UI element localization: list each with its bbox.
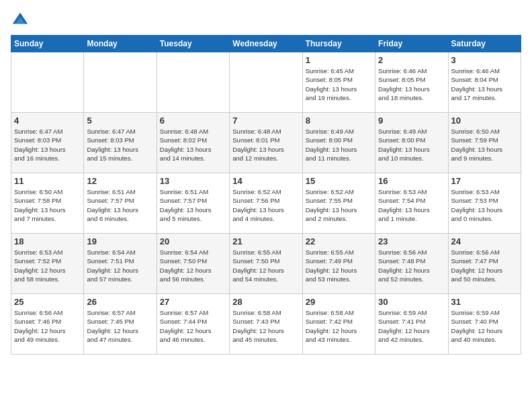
calendar-cell: 13Sunrise: 6:51 AM Sunset: 7:57 PM Dayli… <box>157 173 229 234</box>
calendar-cell: 7Sunrise: 6:48 AM Sunset: 8:01 PM Daylig… <box>230 113 302 173</box>
calendar-cell: 16Sunrise: 6:53 AM Sunset: 7:54 PM Dayli… <box>375 173 448 234</box>
day-number: 18 <box>14 236 81 246</box>
calendar-cell: 20Sunrise: 6:54 AM Sunset: 7:50 PM Dayli… <box>157 234 229 294</box>
day-number: 28 <box>232 297 299 307</box>
calendar-week-3: 18Sunrise: 6:53 AM Sunset: 7:52 PM Dayli… <box>11 234 521 294</box>
calendar-table: SundayMondayTuesdayWednesdayThursdayFrid… <box>11 35 521 355</box>
calendar-cell: 11Sunrise: 6:50 AM Sunset: 7:58 PM Dayli… <box>11 173 84 234</box>
day-number: 6 <box>160 116 226 126</box>
calendar-week-0: 1Sunrise: 6:45 AM Sunset: 8:05 PM Daylig… <box>11 52 521 113</box>
logo <box>11 11 32 30</box>
calendar-cell: 8Sunrise: 6:49 AM Sunset: 8:00 PM Daylig… <box>302 113 375 173</box>
weekday-header-wednesday: Wednesday <box>230 36 302 52</box>
page-header <box>11 11 521 30</box>
day-number: 15 <box>306 176 372 186</box>
day-number: 21 <box>232 236 299 246</box>
day-number: 30 <box>378 297 445 307</box>
day-info: Sunrise: 6:54 AM Sunset: 7:51 PM Dayligh… <box>87 248 153 283</box>
day-info: Sunrise: 6:49 AM Sunset: 8:00 PM Dayligh… <box>378 127 445 163</box>
day-info: Sunrise: 6:53 AM Sunset: 7:53 PM Dayligh… <box>451 187 518 223</box>
day-info: Sunrise: 6:53 AM Sunset: 7:54 PM Dayligh… <box>378 187 445 223</box>
day-info: Sunrise: 6:58 AM Sunset: 7:42 PM Dayligh… <box>306 308 372 344</box>
day-info: Sunrise: 6:56 AM Sunset: 7:46 PM Dayligh… <box>14 308 81 344</box>
calendar-cell: 18Sunrise: 6:53 AM Sunset: 7:52 PM Dayli… <box>11 234 84 294</box>
day-number: 27 <box>160 297 226 307</box>
calendar-cell: 5Sunrise: 6:47 AM Sunset: 8:03 PM Daylig… <box>84 113 157 173</box>
day-info: Sunrise: 6:57 AM Sunset: 7:44 PM Dayligh… <box>160 308 226 344</box>
weekday-header-tuesday: Tuesday <box>157 36 229 52</box>
day-info: Sunrise: 6:55 AM Sunset: 7:50 PM Dayligh… <box>232 248 299 283</box>
day-number: 11 <box>14 176 81 186</box>
day-number: 17 <box>451 176 518 186</box>
calendar-cell: 26Sunrise: 6:57 AM Sunset: 7:45 PM Dayli… <box>84 294 157 355</box>
calendar-cell: 31Sunrise: 6:59 AM Sunset: 7:40 PM Dayli… <box>448 294 521 355</box>
day-number: 9 <box>378 116 445 126</box>
weekday-header-monday: Monday <box>84 36 157 52</box>
day-number: 7 <box>232 116 299 126</box>
calendar-cell <box>84 52 157 113</box>
calendar-body: 1Sunrise: 6:45 AM Sunset: 8:05 PM Daylig… <box>11 52 521 355</box>
day-number: 1 <box>306 55 372 65</box>
calendar-cell: 2Sunrise: 6:46 AM Sunset: 8:05 PM Daylig… <box>375 52 448 113</box>
day-number: 13 <box>160 176 226 186</box>
weekday-header-saturday: Saturday <box>448 36 521 52</box>
day-number: 10 <box>451 116 518 126</box>
day-number: 19 <box>87 236 153 246</box>
day-info: Sunrise: 6:50 AM Sunset: 7:58 PM Dayligh… <box>14 187 81 223</box>
day-number: 3 <box>451 55 518 65</box>
calendar-week-2: 11Sunrise: 6:50 AM Sunset: 7:58 PM Dayli… <box>11 173 521 234</box>
day-number: 22 <box>306 236 372 246</box>
calendar-cell <box>230 52 302 113</box>
day-info: Sunrise: 6:50 AM Sunset: 7:59 PM Dayligh… <box>451 127 518 163</box>
weekday-header-friday: Friday <box>375 36 448 52</box>
calendar-cell: 6Sunrise: 6:48 AM Sunset: 8:02 PM Daylig… <box>157 113 229 173</box>
day-number: 25 <box>14 297 81 307</box>
day-info: Sunrise: 6:59 AM Sunset: 7:41 PM Dayligh… <box>378 308 445 344</box>
day-info: Sunrise: 6:56 AM Sunset: 7:48 PM Dayligh… <box>378 248 445 283</box>
day-number: 2 <box>378 55 445 65</box>
day-info: Sunrise: 6:59 AM Sunset: 7:40 PM Dayligh… <box>451 308 518 344</box>
day-info: Sunrise: 6:47 AM Sunset: 8:03 PM Dayligh… <box>14 127 81 163</box>
day-number: 26 <box>87 297 153 307</box>
weekday-header-thursday: Thursday <box>302 36 375 52</box>
calendar-cell: 10Sunrise: 6:50 AM Sunset: 7:59 PM Dayli… <box>448 113 521 173</box>
calendar-cell: 17Sunrise: 6:53 AM Sunset: 7:53 PM Dayli… <box>448 173 521 234</box>
calendar-cell <box>157 52 229 113</box>
calendar-cell: 25Sunrise: 6:56 AM Sunset: 7:46 PM Dayli… <box>11 294 84 355</box>
calendar-cell: 9Sunrise: 6:49 AM Sunset: 8:00 PM Daylig… <box>375 113 448 173</box>
day-info: Sunrise: 6:54 AM Sunset: 7:50 PM Dayligh… <box>160 248 226 283</box>
calendar-cell: 15Sunrise: 6:52 AM Sunset: 7:55 PM Dayli… <box>302 173 375 234</box>
day-number: 20 <box>160 236 226 246</box>
calendar-cell: 21Sunrise: 6:55 AM Sunset: 7:50 PM Dayli… <box>230 234 302 294</box>
calendar-cell: 4Sunrise: 6:47 AM Sunset: 8:03 PM Daylig… <box>11 113 84 173</box>
day-number: 12 <box>87 176 153 186</box>
calendar-cell <box>11 52 84 113</box>
day-number: 16 <box>378 176 445 186</box>
day-info: Sunrise: 6:48 AM Sunset: 8:02 PM Dayligh… <box>160 127 226 163</box>
calendar-cell: 27Sunrise: 6:57 AM Sunset: 7:44 PM Dayli… <box>157 294 229 355</box>
day-info: Sunrise: 6:55 AM Sunset: 7:49 PM Dayligh… <box>306 248 372 283</box>
day-number: 14 <box>232 176 299 186</box>
day-info: Sunrise: 6:47 AM Sunset: 8:03 PM Dayligh… <box>87 127 153 163</box>
day-number: 5 <box>87 116 153 126</box>
day-info: Sunrise: 6:46 AM Sunset: 8:04 PM Dayligh… <box>451 66 518 102</box>
day-number: 29 <box>306 297 372 307</box>
day-info: Sunrise: 6:56 AM Sunset: 7:47 PM Dayligh… <box>451 248 518 283</box>
day-info: Sunrise: 6:49 AM Sunset: 8:00 PM Dayligh… <box>306 127 372 163</box>
weekday-row: SundayMondayTuesdayWednesdayThursdayFrid… <box>11 36 521 52</box>
weekday-header-sunday: Sunday <box>11 36 84 52</box>
calendar-cell: 14Sunrise: 6:52 AM Sunset: 7:56 PM Dayli… <box>230 173 302 234</box>
day-info: Sunrise: 6:53 AM Sunset: 7:52 PM Dayligh… <box>14 248 81 283</box>
day-number: 8 <box>306 116 372 126</box>
day-number: 4 <box>14 116 81 126</box>
day-info: Sunrise: 6:52 AM Sunset: 7:56 PM Dayligh… <box>232 187 299 223</box>
calendar-week-4: 25Sunrise: 6:56 AM Sunset: 7:46 PM Dayli… <box>11 294 521 355</box>
calendar-header: SundayMondayTuesdayWednesdayThursdayFrid… <box>11 36 521 52</box>
calendar-cell: 3Sunrise: 6:46 AM Sunset: 8:04 PM Daylig… <box>448 52 521 113</box>
calendar-cell: 28Sunrise: 6:58 AM Sunset: 7:43 PM Dayli… <box>230 294 302 355</box>
day-number: 31 <box>451 297 518 307</box>
day-info: Sunrise: 6:58 AM Sunset: 7:43 PM Dayligh… <box>232 308 299 344</box>
logo-icon <box>11 11 30 30</box>
calendar-cell: 24Sunrise: 6:56 AM Sunset: 7:47 PM Dayli… <box>448 234 521 294</box>
calendar-cell: 29Sunrise: 6:58 AM Sunset: 7:42 PM Dayli… <box>302 294 375 355</box>
